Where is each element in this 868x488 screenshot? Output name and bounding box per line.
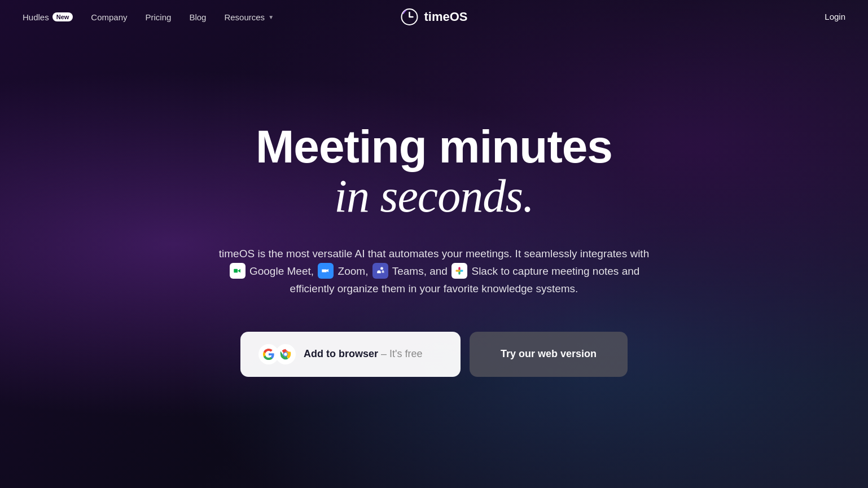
login-button[interactable]: Login <box>825 12 845 21</box>
nav-resources-label: Resources <box>224 12 265 22</box>
teams-icon <box>372 263 388 279</box>
svg-rect-4 <box>375 265 386 276</box>
svg-point-9 <box>284 353 287 356</box>
add-to-browser-button[interactable]: Add to browser – It's free <box>240 332 461 377</box>
nav-item-hudles[interactable]: Hudles New <box>23 12 73 22</box>
chrome-browser-icon <box>275 344 296 364</box>
headline-block: Meeting minutes in seconds. <box>256 122 612 222</box>
gmeet-label: Google Meet, <box>249 265 314 277</box>
google-meet-icon <box>230 263 246 279</box>
nav-new-badge: New <box>52 12 73 21</box>
cta-row: Add to browser – It's free Try our web v… <box>240 332 628 377</box>
nav-left: Hudles New Company Pricing Blog Resource… <box>23 12 274 22</box>
svg-point-5 <box>380 267 383 270</box>
nav-item-resources[interactable]: Resources ▼ <box>224 12 274 22</box>
nav-right: Login <box>825 12 845 22</box>
add-browser-sub-label: – It's free <box>381 348 422 359</box>
nav-item-blog[interactable]: Blog <box>189 12 206 22</box>
nav-blog-label: Blog <box>189 12 206 22</box>
hero-section: Meeting minutes in seconds. timeOS is th… <box>0 11 868 488</box>
nav-item-pricing[interactable]: Pricing <box>146 12 172 22</box>
zoom-icon <box>318 263 334 279</box>
resources-dropdown-icon: ▼ <box>268 14 274 20</box>
subtext-before-gmeet: timeOS is the most versatile AI that aut… <box>219 248 649 260</box>
nav-hudles-label: Hudles <box>23 12 49 22</box>
zoom-label: Zoom, <box>338 265 369 277</box>
web-version-button[interactable]: Try our web version <box>470 332 628 377</box>
browser-icons <box>258 344 296 364</box>
nav-company-label: Company <box>91 12 127 22</box>
nav-logo[interactable]: timeOS <box>400 8 467 26</box>
headline-line1: Meeting minutes <box>256 122 612 171</box>
nav-logo-text: timeOS <box>424 10 467 24</box>
hero-subtext: timeOS is the most versatile AI that aut… <box>214 245 654 298</box>
svg-rect-2 <box>234 269 238 273</box>
add-browser-main-label: Add to browser <box>304 348 378 359</box>
nav-item-company[interactable]: Company <box>91 12 127 22</box>
slack-icon <box>451 263 467 279</box>
timeos-logo-icon <box>400 8 418 26</box>
nav-pricing-label: Pricing <box>146 12 172 22</box>
headline-line2: in seconds. <box>256 171 612 222</box>
teams-label: Teams, <box>392 265 427 277</box>
navbar: Hudles New Company Pricing Blog Resource… <box>0 0 868 34</box>
slack-label: Slack <box>471 265 497 277</box>
add-browser-text: Add to browser – It's free <box>304 348 423 360</box>
